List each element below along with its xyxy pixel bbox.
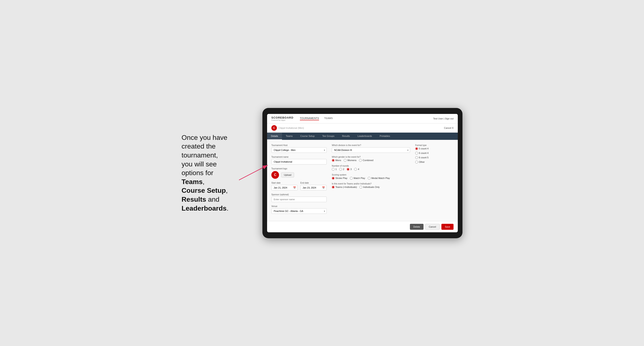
tab-leaderboards[interactable]: Leaderboards — [354, 133, 376, 140]
start-date-group: Start date 📅 — [271, 182, 298, 190]
gender-combined-radio[interactable] — [359, 159, 362, 162]
division-select[interactable]: NCAA Division III — [332, 147, 410, 153]
format-5count4[interactable]: 5 count 4 — [415, 147, 454, 150]
end-date-input[interactable] — [300, 185, 327, 190]
venue-select[interactable]: Peachtree GC - Atlanta - GA — [271, 208, 327, 214]
rounds-2[interactable]: 2 — [339, 168, 344, 171]
rounds-3[interactable]: 3 — [347, 168, 352, 171]
format-radio-group: 5 count 4 6 count 4 6 count 5 — [415, 147, 454, 164]
scoring-medal-radio[interactable] — [368, 177, 370, 179]
event-teams[interactable]: Teams (+Individuals) — [332, 186, 357, 188]
comma2: , — [226, 186, 228, 194]
scoring-radio-group: Stroke Play Match Play Medal Match Play — [332, 177, 410, 179]
period: . — [227, 204, 228, 212]
nav-teams[interactable]: TEAMS — [324, 117, 333, 120]
scoring-label: Scoring system — [332, 174, 410, 176]
and-text: and — [206, 195, 220, 203]
format-other[interactable]: Other — [415, 161, 454, 164]
format-other-label: Other — [419, 161, 425, 163]
logo-powered: Powered by clippd — [271, 119, 294, 121]
user-info[interactable]: Test User | Sign out — [433, 117, 454, 120]
tab-results[interactable]: Results — [338, 133, 354, 140]
event-teams-radio[interactable] — [332, 186, 334, 188]
sponsor-group: Sponsor (optional) — [271, 193, 327, 202]
start-date-input[interactable] — [271, 185, 298, 190]
gender-radio-group: Mens Womens Combined — [332, 159, 410, 162]
tournament-name-input[interactable] — [271, 159, 327, 165]
format-other-radio[interactable] — [415, 161, 418, 164]
scoring-match[interactable]: Match Play — [350, 177, 365, 179]
bold-course-setup: Course Setup — [182, 186, 226, 194]
rounds-4[interactable]: 4 — [354, 168, 359, 171]
end-date-group: End date 📅 — [300, 182, 327, 190]
scoring-medal-label: Medal Match Play — [371, 177, 390, 179]
gender-mens-radio[interactable] — [332, 159, 334, 162]
gender-womens[interactable]: Womens — [344, 159, 356, 162]
nav-links: TOURNAMENTS TEAMS — [300, 117, 333, 120]
gender-group: Which gender is the event for? Mens Wome… — [332, 156, 410, 162]
format-6count4-label: 6 count 4 — [419, 152, 428, 154]
bold-results: Results — [182, 195, 206, 203]
tournament-name: Clippd Invitational (Men) — [278, 126, 304, 129]
form-col-right: Format type 5 count 4 6 count 4 — [415, 144, 454, 217]
rounds-4-label: 4 — [358, 168, 359, 171]
tablet-device: SCOREBOARD Powered by clippd TOURNAMENTS… — [262, 108, 462, 238]
tab-printables[interactable]: Printables — [376, 133, 394, 140]
tournament-title-row: C Clippd Invitational (Men) — [271, 125, 304, 131]
rounds-label: Number of rounds — [332, 165, 410, 167]
format-type-label: Format type — [415, 144, 454, 147]
format-6count4[interactable]: 6 count 4 — [415, 152, 454, 155]
format-5count4-radio[interactable] — [415, 147, 418, 150]
gender-combined-label: Combined — [363, 159, 373, 162]
logo-circle: C — [271, 171, 279, 179]
end-date-label: End date — [300, 182, 327, 184]
sponsor-input[interactable] — [271, 197, 327, 202]
tab-course-setup[interactable]: Course Setup — [296, 133, 318, 140]
save-button[interactable]: Save — [442, 224, 454, 230]
format-6count5-label: 6 count 5 — [419, 156, 428, 159]
tournament-host-label: Tournament Host — [271, 144, 327, 147]
start-date-wrapper: 📅 — [271, 185, 298, 190]
top-navigation: SCOREBOARD Powered by clippd TOURNAMENTS… — [267, 114, 458, 124]
rounds-1-radio[interactable] — [332, 168, 334, 171]
rounds-2-radio[interactable] — [339, 168, 342, 171]
format-6count5[interactable]: 6 count 5 — [415, 156, 454, 159]
bold-leaderboards: Leaderboards — [182, 204, 227, 212]
gender-womens-radio[interactable] — [344, 159, 346, 162]
tournament-header: C Clippd Invitational (Men) Cancel X — [267, 124, 458, 133]
format-6count5-radio[interactable] — [415, 156, 418, 159]
format-6count4-radio[interactable] — [415, 152, 418, 155]
division-select-wrapper: NCAA Division III — [332, 147, 410, 153]
rounds-4-radio[interactable] — [354, 168, 357, 171]
header-cancel-button[interactable]: Cancel X — [444, 127, 454, 129]
gender-label: Which gender is the event for? — [332, 156, 410, 158]
scoring-match-radio[interactable] — [350, 177, 353, 179]
tournament-host-select[interactable]: Clippd College - Men — [271, 147, 327, 153]
intro-text: Once you havecreated thetournament,you w… — [182, 133, 250, 213]
rounds-3-radio[interactable] — [347, 168, 350, 171]
upload-button[interactable]: Upload — [281, 172, 294, 177]
scoring-medal[interactable]: Medal Match Play — [368, 177, 390, 179]
event-individuals-radio[interactable] — [360, 186, 362, 188]
arrow-indicator — [237, 163, 271, 182]
logo-text: SCOREBOARD — [271, 116, 294, 119]
delete-button[interactable]: Delete — [410, 224, 424, 230]
gender-combined[interactable]: Combined — [359, 159, 373, 162]
scoring-group: Scoring system Stroke Play Match Play — [332, 174, 410, 179]
tournament-host-group: Tournament Host Clippd College - Men — [271, 144, 327, 153]
venue-label: Venue — [271, 205, 327, 207]
form-col-left: Tournament Host Clippd College - Men Tou… — [271, 144, 327, 217]
rounds-3-label: 3 — [350, 168, 352, 171]
cancel-button[interactable]: Cancel — [425, 224, 440, 230]
scoring-stroke[interactable]: Stroke Play — [332, 177, 347, 179]
nav-tournaments[interactable]: TOURNAMENTS — [300, 117, 319, 120]
tab-details[interactable]: Details — [267, 133, 282, 140]
event-individuals[interactable]: Individuals Only — [360, 186, 380, 188]
scoring-stroke-radio[interactable] — [332, 177, 334, 179]
tab-tee-groups[interactable]: Tee Groups — [318, 133, 338, 140]
rounds-1[interactable]: 1 — [332, 168, 337, 171]
gender-mens[interactable]: Mens — [332, 159, 341, 162]
logo-upload-row: C Upload — [271, 171, 327, 179]
tab-teams[interactable]: Teams — [282, 133, 296, 140]
event-for-radio-group: Teams (+Individuals) Individuals Only — [332, 186, 410, 188]
